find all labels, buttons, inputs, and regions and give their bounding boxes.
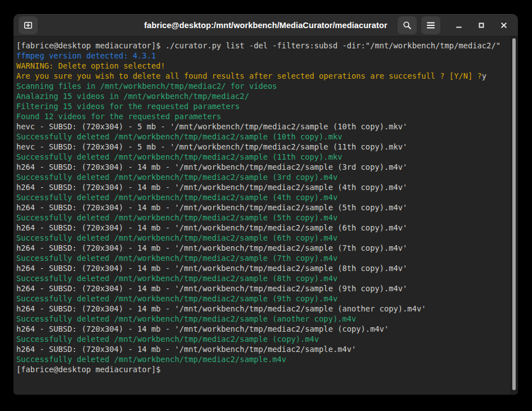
line-segment: h264 - SUBSD: (720x304) - 14 mb - '/mnt/… [16,324,389,333]
terminal-line: h264 - SUBSD: (720x304) - 14 mb - '/mnt/… [16,304,508,314]
search-button[interactable] [398,16,417,34]
scrollbar[interactable] [510,37,518,394]
terminal-line: h264 - SUBSD: (720x304) - 14 mb - '/mnt/… [16,182,508,192]
terminal-line: Successfully deleted /mnt/workbench/tmp/… [16,253,508,263]
line-segment: Successfully deleted /mnt/workbench/tmp/… [16,254,337,263]
line-segment: Successfully deleted /mnt/workbench/tmp/… [16,274,337,283]
terminal-line: Successfully deleted /mnt/workbench/tmp/… [16,213,508,223]
terminal-line: h264 - SUBSD: (720x304) - 14 mb - '/mnt/… [16,162,508,172]
terminal-line: [fabrice@desktop mediacurator]$ [16,364,508,374]
terminal-line: Successfully deleted /mnt/workbench/tmp/… [16,293,508,304]
maximize-button[interactable] [474,18,489,33]
line-segment: y [482,71,486,80]
line-segment: Successfully deleted /mnt/workbench/tmp/… [16,335,319,344]
terminal-window: fabrice@desktop:/mnt/workbench/MediaCura… [13,14,518,395]
terminal-line: h264 - SUBSD: (720x304) - 14 mb - '/mnt/… [16,243,508,253]
search-icon [403,21,412,30]
terminal-line: Scanning files in /mnt/workbench/tmp/med… [16,81,508,91]
terminal-line: [fabrice@desktop mediacurator]$ ./curato… [16,40,508,51]
line-segment: Scanning files in /mnt/workbench/tmp/med… [16,82,277,91]
terminal-line: ffmpeg version detected: 4.3.1 [16,51,508,61]
terminal-line: Successfully deleted /mnt/workbench/tmp/… [16,192,508,202]
line-segment: h264 - SUBSD: (720x304) - 14 mb - '/mnt/… [16,223,407,232]
line-segment: h264 - SUBSD: (720x304) - 14 mb - '/mnt/… [16,162,407,171]
titlebar[interactable]: fabrice@desktop:/mnt/workbench/MediaCura… [13,14,518,37]
line-segment: hevc - SUBSD: (720x304) - 5 mb - '/mnt/w… [16,122,407,131]
line-segment: Successfully deleted /mnt/workbench/tmp/… [16,193,337,202]
line-segment: Successfully deleted /mnt/workbench/tmp/… [16,294,337,303]
terminal-line: h264 - SUBSD: (720x304) - 14 mb - '/mnt/… [16,263,508,273]
terminal-line: hevc - SUBSD: (720x304) - 5 mb - '/mnt/w… [16,121,508,132]
terminal-line: h264 - SUBSD: (720x304) - 14 mb - '/mnt/… [16,283,508,293]
line-segment: hevc - SUBSD: (720x304) - 5 mb - '/mnt/w… [16,142,407,151]
line-segment: h264 - SUBSD: (720x304) - 14 mb - '/mnt/… [16,304,426,313]
terminal-line: Successfully deleted /mnt/workbench/tmp/… [16,132,508,142]
close-icon [500,21,508,29]
line-segment: Successfully deleted /mnt/workbench/tmp/… [16,132,342,141]
line-segment: Filtering 15 videos for the requested pa… [16,102,240,111]
line-segment: Are you sure you wish to delete all foun… [16,71,482,80]
terminal-line: h264 - SUBSD: (720x304) - 14 mb - '/mnt/… [16,344,508,354]
terminal-line: Successfully deleted /mnt/workbench/tmp/… [16,273,508,283]
terminal-line: Successfully deleted /mnt/workbench/tmp/… [16,334,508,344]
line-segment: Successfully deleted /mnt/workbench/tmp/… [16,355,286,364]
window-title: fabrice@desktop:/mnt/workbench/MediaCura… [144,21,387,30]
terminal-line: Successfully deleted /mnt/workbench/tmp/… [16,314,508,324]
terminal-line: h264 - SUBSD: (720x304) - 14 mb - '/mnt/… [16,223,508,233]
menu-button[interactable] [421,16,440,34]
line-segment: h264 - SUBSD: (720x304) - 14 mb - '/mnt/… [16,243,407,252]
desktop-background: fabrice@desktop:/mnt/workbench/MediaCura… [0,0,532,411]
minimize-button[interactable] [452,18,466,33]
line-segment: Successfully deleted /mnt/workbench/tmp/… [16,233,337,242]
line-segment: h264 - SUBSD: (720x304) - 14 mb - '/mnt/… [16,203,407,212]
terminal-line: Successfully deleted /mnt/workbench/tmp/… [16,152,508,162]
new-tab-button[interactable] [19,16,38,34]
line-segment: Successfully deleted /mnt/workbench/tmp/… [16,213,337,222]
terminal-line: WARNING: Delete option selected! [16,61,508,71]
line-segment: [fabrice@desktop mediacurator]$ ./curato… [16,41,501,50]
terminal-line: Found 12 videos for the requested parame… [16,111,508,121]
line-segment: WARNING: Delete option selected! [16,61,165,70]
line-segment: Successfully deleted /mnt/workbench/tmp/… [16,173,337,182]
scrollbar-thumb[interactable] [512,38,516,390]
terminal-line: h264 - SUBSD: (720x304) - 14 mb - '/mnt/… [16,324,508,334]
line-segment: Found 12 videos for the requested parame… [16,112,221,121]
line-segment: h264 - SUBSD: (720x304) - 14 mb - '/mnt/… [16,345,356,354]
minimize-icon [455,21,463,29]
line-segment: h264 - SUBSD: (720x304) - 14 mb - '/mnt/… [16,284,407,293]
line-segment: Successfully deleted /mnt/workbench/tmp/… [16,314,356,323]
line-segment: Analazing 15 videos in /mnt/workbench/tm… [16,92,249,101]
terminal-line: Successfully deleted /mnt/workbench/tmp/… [16,354,508,364]
terminal-screen[interactable]: [fabrice@desktop mediacurator]$ ./curato… [13,37,518,394]
terminal-output: [fabrice@desktop mediacurator]$ ./curato… [13,37,518,374]
maximize-icon [477,21,485,29]
terminal-line: h264 - SUBSD: (720x304) - 14 mb - '/mnt/… [16,202,508,213]
close-button[interactable] [497,18,511,33]
line-segment: h264 - SUBSD: (720x304) - 14 mb - '/mnt/… [16,183,407,192]
new-tab-icon [24,21,33,30]
line-segment: Successfully deleted /mnt/workbench/tmp/… [16,152,342,161]
terminal-line: hevc - SUBSD: (720x304) - 5 mb - '/mnt/w… [16,142,508,152]
line-segment: ffmpeg version detected: 4.3.1 [16,51,156,60]
hamburger-menu-icon [426,21,435,29]
line-segment: h264 - SUBSD: (720x304) - 14 mb - '/mnt/… [16,264,407,273]
titlebar-controls [398,14,512,37]
terminal-line: Analazing 15 videos in /mnt/workbench/tm… [16,91,508,101]
terminal-line: Successfully deleted /mnt/workbench/tmp/… [16,233,508,243]
terminal-line: Filtering 15 videos for the requested pa… [16,101,508,111]
terminal-line: Successfully deleted /mnt/workbench/tmp/… [16,172,508,182]
line-segment: [fabrice@desktop mediacurator]$ [16,365,165,374]
terminal-line: Are you sure you wish to delete all foun… [16,71,508,81]
